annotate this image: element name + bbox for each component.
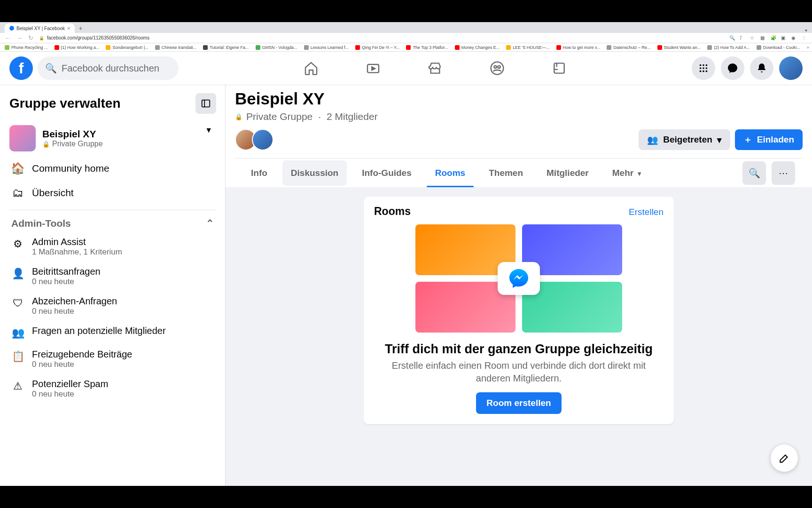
joined-button[interactable]: 👥 Beigetreten ▾ [639, 129, 730, 150]
svg-point-2 [494, 66, 496, 68]
share-icon[interactable]: ⤴ [740, 35, 745, 41]
bookmark-item[interactable]: GMSN - Vologda... [256, 45, 297, 50]
privacy-label: Private Gruppe [246, 111, 312, 122]
bookmark-item[interactable]: Chinese translati... [155, 45, 197, 50]
svg-point-9 [703, 67, 704, 69]
tab-more[interactable]: Mehr▼ [604, 160, 651, 186]
create-room-link[interactable]: Erstellen [629, 207, 664, 217]
group-selector[interactable]: Beispiel XY 🔒Private Gruppe ▼ [9, 120, 216, 156]
chevron-down-icon: ▾ [717, 135, 722, 145]
sidebar-item-pending-posts[interactable]: 📋 Freizugebende Beiträge0 neu heute [9, 344, 216, 374]
member-avatar[interactable] [252, 129, 273, 151]
bookmark-item[interactable]: Datenschutz – Re... [607, 45, 650, 50]
panel-icon[interactable]: ▣ [781, 35, 787, 41]
bookmark-item[interactable]: Qing Fei De Yi – Y... [355, 45, 399, 50]
members-count[interactable]: 2 Mitglieder [327, 111, 378, 122]
svg-point-3 [498, 66, 500, 68]
nav-video-icon[interactable] [366, 61, 381, 76]
collapse-sidebar-button[interactable] [195, 93, 216, 114]
bookmarks-overflow-icon[interactable]: » [807, 45, 809, 50]
sidebar-item-badge-requests[interactable]: 🛡 Abzeichen-Anfragen0 neu heute [9, 291, 216, 321]
rooms-heading: Triff dich mit der ganzen Gruppe gleichz… [374, 342, 664, 357]
bookmark-item[interactable]: (1) How Working a... [55, 45, 100, 50]
sidebar-item-member-requests[interactable]: 👤 Beitrittsanfragen0 neu heute [9, 262, 216, 291]
browser-toolbar: ← → ↻ 🔒 facebook.com/groups/112635055083… [0, 33, 812, 43]
browser-tab-strip: Beispiel XY | Facebook × + ▾ [0, 22, 812, 33]
bookmark-item[interactable]: LEE 'S HOUSE—... [506, 45, 549, 50]
sidebar-item-community-home[interactable]: 🏠 Community home [9, 156, 216, 181]
sidebar-item-member-questions[interactable]: 👥 Fragen an potenzielle Mitglieder [9, 321, 216, 344]
bookmark-item[interactable]: Tutorial: Eigene Fa... [203, 45, 249, 50]
create-room-button[interactable]: Room erstellen [476, 392, 561, 414]
extensions-icon[interactable]: 🧩 [771, 35, 776, 41]
messenger-button[interactable] [721, 56, 744, 80]
compose-fab[interactable] [771, 444, 798, 472]
close-tab-icon[interactable]: × [67, 25, 70, 31]
tab-info[interactable]: Info [242, 160, 276, 186]
chevron-down-icon: ▼ [205, 126, 212, 135]
lock-icon: 🔒 [42, 141, 50, 148]
bookmark-item[interactable]: Download - Cooki... [757, 45, 800, 50]
svg-point-7 [706, 64, 708, 66]
bookmark-item[interactable]: Money Changes E... [455, 45, 500, 50]
main-content: Beispiel XY 🔒 Private Gruppe · 2 Mitglie… [226, 85, 812, 486]
more-options-button[interactable]: ⋯ [772, 161, 795, 185]
url-text: facebook.com/groups/1126350550836026/roo… [47, 35, 149, 40]
bookmark-item[interactable]: Phone Recycling ... [5, 45, 48, 50]
zoom-icon[interactable]: 🔍 [729, 35, 735, 41]
nav-home-icon[interactable] [304, 61, 319, 76]
profile-icon[interactable]: ◉ [791, 35, 797, 41]
profile-avatar[interactable] [779, 56, 803, 80]
bookmark-item[interactable]: (2) How To Add A... [707, 45, 750, 50]
nav-reload-icon[interactable]: ↻ [28, 34, 33, 41]
fb-ext-icon[interactable]: ▦ [760, 35, 766, 41]
bookmark-item[interactable]: Student Wants an... [657, 45, 701, 50]
new-tab-button[interactable]: + [75, 24, 86, 33]
bookmark-item[interactable]: Lessons Learned f... [304, 45, 349, 50]
person-plus-icon: 👤 [11, 267, 24, 280]
invite-button[interactable]: ＋ Einladen [735, 129, 803, 150]
sidebar-title: Gruppe verwalten [9, 96, 121, 111]
nav-forward-icon[interactable]: → [16, 34, 23, 41]
bookmark-item[interactable]: The Top 3 Platfor... [406, 45, 448, 50]
nav-gaming-icon[interactable] [552, 61, 567, 76]
bookmarks-bar: Phone Recycling ... (1) How Working a...… [0, 43, 812, 52]
nav-groups-icon[interactable] [490, 61, 505, 76]
global-search[interactable]: 🔍 Facebook durchsuchen [38, 56, 179, 80]
bookmark-item[interactable]: Sonderangebot! |... [106, 45, 148, 50]
shield-icon: 🛡 [11, 297, 24, 310]
sidebar-item-overview[interactable]: 🗂 Übersicht [9, 181, 216, 205]
overview-icon: 🗂 [11, 186, 24, 199]
tab-topics[interactable]: Themen [480, 160, 531, 186]
rooms-illustration [415, 224, 622, 333]
group-thumbnail [9, 125, 36, 151]
menu-icon[interactable]: ⋮ [802, 35, 807, 41]
address-bar[interactable]: 🔒 facebook.com/groups/1126350550836026/r… [39, 35, 724, 40]
lock-icon: 🔒 [39, 36, 44, 40]
admin-tools-header[interactable]: Admin-Tools ⌃ [9, 215, 216, 232]
member-avatars[interactable] [235, 129, 273, 151]
menu-grid-button[interactable] [692, 56, 715, 80]
notifications-button[interactable] [750, 56, 773, 80]
tabs-dropdown-icon[interactable]: ▾ [805, 28, 807, 33]
tab-members[interactable]: Mitglieder [538, 160, 597, 186]
tab-rooms[interactable]: Rooms [427, 160, 474, 186]
sidebar-item-admin-assist[interactable]: ⚙ Admin Assist1 Maßnahme, 1 Kriterium [9, 232, 216, 262]
sidebar-item-spam[interactable]: ⚠ Potenzieller Spam0 neu heute [9, 374, 216, 404]
search-in-group-button[interactable]: 🔍 [742, 161, 766, 185]
nav-back-icon[interactable]: ← [5, 34, 11, 41]
tab-discussion[interactable]: Diskussion [282, 160, 347, 186]
facebook-logo[interactable]: f [9, 56, 33, 80]
svg-point-5 [700, 64, 702, 66]
browser-tab[interactable]: Beispiel XY | Facebook × [5, 24, 75, 33]
group-tabs: Info Diskussion Info-Guides Rooms Themen… [235, 158, 803, 187]
svg-rect-4 [554, 63, 564, 73]
rooms-title: Rooms [374, 205, 411, 218]
sidebar: Gruppe verwalten Beispiel XY 🔒Private Gr… [0, 85, 226, 486]
bookmark-item[interactable]: How to get more v... [556, 45, 601, 50]
star-icon[interactable]: ☆ [750, 35, 756, 41]
group-privacy: Private Gruppe [52, 140, 103, 148]
svg-point-13 [706, 71, 708, 72]
nav-marketplace-icon[interactable] [428, 61, 443, 76]
tab-info-guides[interactable]: Info-Guides [353, 160, 420, 186]
